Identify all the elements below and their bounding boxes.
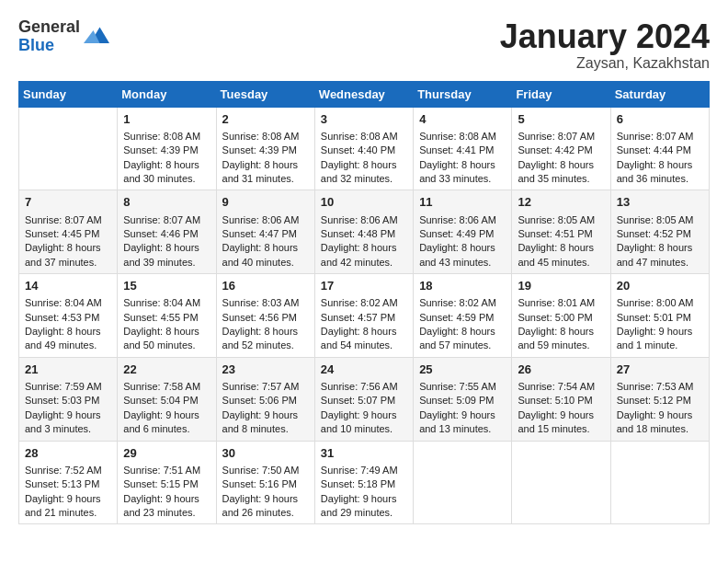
logo: General Blue: [18, 18, 109, 55]
weekday-header-row: SundayMondayTuesdayWednesdayThursdayFrid…: [19, 81, 710, 107]
day-info: Sunrise: 8:04 AM Sunset: 4:53 PM Dayligh…: [25, 296, 113, 353]
day-number: 1: [123, 111, 211, 128]
day-info: Sunrise: 8:07 AM Sunset: 4:44 PM Dayligh…: [617, 130, 705, 187]
day-info: Sunrise: 7:54 AM Sunset: 5:10 PM Dayligh…: [518, 380, 606, 437]
weekday-header: Wednesday: [314, 81, 413, 107]
day-number: 13: [617, 194, 705, 211]
calendar-cell: 21Sunrise: 7:59 AM Sunset: 5:03 PM Dayli…: [19, 357, 118, 441]
day-number: 10: [321, 194, 409, 211]
day-info: Sunrise: 7:49 AM Sunset: 5:18 PM Dayligh…: [321, 464, 409, 521]
day-info: Sunrise: 8:05 AM Sunset: 4:52 PM Dayligh…: [617, 213, 705, 270]
calendar-week-row: 7Sunrise: 8:07 AM Sunset: 4:45 PM Daylig…: [19, 190, 710, 274]
day-info: Sunrise: 8:02 AM Sunset: 4:57 PM Dayligh…: [321, 296, 409, 353]
calendar-cell: 17Sunrise: 8:02 AM Sunset: 4:57 PM Dayli…: [314, 274, 413, 358]
calendar-cell: 14Sunrise: 8:04 AM Sunset: 4:53 PM Dayli…: [19, 274, 118, 358]
day-info: Sunrise: 7:56 AM Sunset: 5:07 PM Dayligh…: [321, 380, 409, 437]
day-number: 5: [518, 111, 606, 128]
calendar-cell: [610, 441, 709, 524]
calendar-cell: 8Sunrise: 8:07 AM Sunset: 4:46 PM Daylig…: [118, 190, 216, 274]
calendar-cell: 16Sunrise: 8:03 AM Sunset: 4:56 PM Dayli…: [216, 274, 314, 358]
calendar-cell: 2Sunrise: 8:08 AM Sunset: 4:39 PM Daylig…: [216, 107, 314, 190]
calendar-cell: [414, 441, 512, 524]
day-number: 16: [222, 278, 311, 294]
day-number: 17: [321, 278, 409, 294]
calendar-cell: 28Sunrise: 7:52 AM Sunset: 5:13 PM Dayli…: [19, 441, 118, 524]
day-number: 15: [123, 278, 211, 294]
weekday-header: Monday: [118, 81, 216, 107]
day-info: Sunrise: 8:06 AM Sunset: 4:49 PM Dayligh…: [419, 213, 507, 270]
calendar-week-row: 21Sunrise: 7:59 AM Sunset: 5:03 PM Dayli…: [19, 357, 710, 441]
day-number: 19: [518, 278, 606, 294]
calendar-cell: 3Sunrise: 8:08 AM Sunset: 4:40 PM Daylig…: [314, 107, 413, 190]
page-header: General Blue January 2024 Zaysan, Kazakh…: [18, 18, 710, 72]
day-number: 23: [222, 362, 311, 378]
day-info: Sunrise: 8:02 AM Sunset: 4:59 PM Dayligh…: [419, 296, 507, 353]
day-info: Sunrise: 7:58 AM Sunset: 5:04 PM Dayligh…: [123, 380, 211, 437]
logo-blue: Blue: [18, 37, 80, 55]
day-info: Sunrise: 7:50 AM Sunset: 5:16 PM Dayligh…: [222, 464, 311, 521]
day-number: 29: [123, 445, 211, 462]
day-number: 30: [222, 445, 311, 462]
logo-general: General: [18, 18, 80, 37]
calendar-week-row: 28Sunrise: 7:52 AM Sunset: 5:13 PM Dayli…: [19, 441, 710, 524]
weekday-header: Thursday: [414, 81, 512, 107]
logo-icon: [84, 24, 109, 50]
day-number: 21: [25, 362, 113, 378]
day-info: Sunrise: 8:01 AM Sunset: 5:00 PM Dayligh…: [518, 296, 606, 353]
calendar-table: SundayMondayTuesdayWednesdayThursdayFrid…: [18, 81, 710, 525]
day-info: Sunrise: 8:07 AM Sunset: 4:42 PM Dayligh…: [518, 130, 606, 187]
calendar-cell: 19Sunrise: 8:01 AM Sunset: 5:00 PM Dayli…: [512, 274, 610, 358]
calendar-cell: 26Sunrise: 7:54 AM Sunset: 5:10 PM Dayli…: [512, 357, 610, 441]
calendar-cell: 7Sunrise: 8:07 AM Sunset: 4:45 PM Daylig…: [19, 190, 118, 274]
day-number: 27: [617, 362, 705, 378]
day-number: 31: [321, 445, 409, 462]
calendar-cell: 22Sunrise: 7:58 AM Sunset: 5:04 PM Dayli…: [118, 357, 216, 441]
calendar-cell: 18Sunrise: 8:02 AM Sunset: 4:59 PM Dayli…: [414, 274, 512, 358]
day-number: 25: [419, 362, 507, 378]
calendar-cell: 15Sunrise: 8:04 AM Sunset: 4:55 PM Dayli…: [118, 274, 216, 358]
day-number: 2: [222, 111, 311, 128]
calendar-cell: 12Sunrise: 8:05 AM Sunset: 4:51 PM Dayli…: [512, 190, 610, 274]
calendar-cell: 1Sunrise: 8:08 AM Sunset: 4:39 PM Daylig…: [118, 107, 216, 190]
calendar-cell: [512, 441, 610, 524]
calendar-body: 1Sunrise: 8:08 AM Sunset: 4:39 PM Daylig…: [19, 107, 710, 524]
day-info: Sunrise: 8:06 AM Sunset: 4:48 PM Dayligh…: [321, 213, 409, 270]
weekday-header: Sunday: [19, 81, 118, 107]
calendar-cell: 30Sunrise: 7:50 AM Sunset: 5:16 PM Dayli…: [216, 441, 314, 524]
calendar-header: SundayMondayTuesdayWednesdayThursdayFrid…: [19, 81, 710, 107]
day-number: 26: [518, 362, 606, 378]
day-number: 24: [321, 362, 409, 378]
day-info: Sunrise: 7:52 AM Sunset: 5:13 PM Dayligh…: [25, 464, 113, 521]
day-info: Sunrise: 8:07 AM Sunset: 4:46 PM Dayligh…: [123, 213, 211, 270]
title-block: January 2024 Zaysan, Kazakhstan: [500, 18, 710, 72]
day-info: Sunrise: 8:05 AM Sunset: 4:51 PM Dayligh…: [518, 213, 606, 270]
calendar-cell: 10Sunrise: 8:06 AM Sunset: 4:48 PM Dayli…: [314, 190, 413, 274]
weekday-header: Tuesday: [216, 81, 314, 107]
day-info: Sunrise: 7:55 AM Sunset: 5:09 PM Dayligh…: [419, 380, 507, 437]
day-number: 22: [123, 362, 211, 378]
day-number: 28: [25, 445, 113, 462]
day-number: 9: [222, 194, 311, 211]
location: Zaysan, Kazakhstan: [500, 55, 710, 72]
day-number: 20: [617, 278, 705, 294]
day-info: Sunrise: 7:59 AM Sunset: 5:03 PM Dayligh…: [25, 380, 113, 437]
calendar-week-row: 1Sunrise: 8:08 AM Sunset: 4:39 PM Daylig…: [19, 107, 710, 190]
calendar-cell: 5Sunrise: 8:07 AM Sunset: 4:42 PM Daylig…: [512, 107, 610, 190]
day-info: Sunrise: 8:07 AM Sunset: 4:45 PM Dayligh…: [25, 213, 113, 270]
day-number: 12: [518, 194, 606, 211]
calendar-cell: 23Sunrise: 7:57 AM Sunset: 5:06 PM Dayli…: [216, 357, 314, 441]
day-info: Sunrise: 7:53 AM Sunset: 5:12 PM Dayligh…: [617, 380, 705, 437]
logo-text: General Blue: [18, 18, 80, 55]
day-info: Sunrise: 8:06 AM Sunset: 4:47 PM Dayligh…: [222, 213, 311, 270]
day-number: 11: [419, 194, 507, 211]
day-info: Sunrise: 7:57 AM Sunset: 5:06 PM Dayligh…: [222, 380, 311, 437]
day-info: Sunrise: 8:08 AM Sunset: 4:39 PM Dayligh…: [123, 130, 211, 187]
calendar-cell: 6Sunrise: 8:07 AM Sunset: 4:44 PM Daylig…: [610, 107, 709, 190]
calendar-cell: 20Sunrise: 8:00 AM Sunset: 5:01 PM Dayli…: [610, 274, 709, 358]
day-info: Sunrise: 7:51 AM Sunset: 5:15 PM Dayligh…: [123, 464, 211, 521]
calendar-cell: 27Sunrise: 7:53 AM Sunset: 5:12 PM Dayli…: [610, 357, 709, 441]
day-number: 4: [419, 111, 507, 128]
day-info: Sunrise: 8:00 AM Sunset: 5:01 PM Dayligh…: [617, 296, 705, 353]
day-info: Sunrise: 8:08 AM Sunset: 4:39 PM Dayligh…: [222, 130, 311, 187]
calendar-cell: 13Sunrise: 8:05 AM Sunset: 4:52 PM Dayli…: [610, 190, 709, 274]
